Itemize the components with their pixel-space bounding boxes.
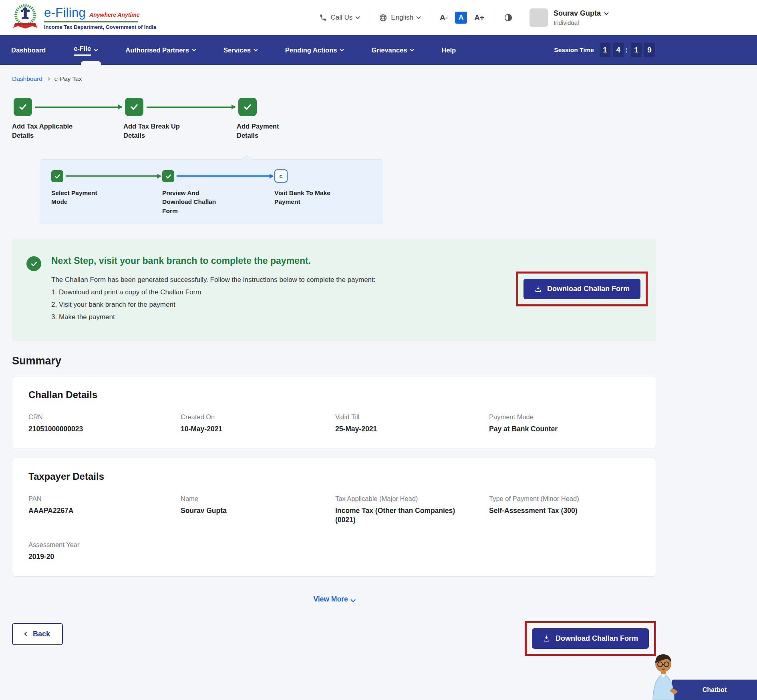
card-title: Challan Details (28, 389, 640, 400)
main-content: Dashboard e-Pay Tax Add Tax Applicable D… (0, 65, 757, 656)
nav-grievances[interactable]: Grievances (371, 46, 413, 54)
nav-services[interactable]: Services (223, 46, 257, 54)
session-digit: 9 (644, 43, 655, 57)
language-label: English (391, 14, 413, 22)
back-button[interactable]: Back (12, 623, 63, 645)
contrast-icon (504, 13, 513, 22)
session-time-label: Session Time (554, 46, 594, 54)
brand-logo[interactable]: e-Filing Anywhere Anytime Income Tax Dep… (12, 2, 156, 33)
download-icon (543, 635, 550, 642)
summary-heading: Summary (12, 355, 745, 367)
nav-efile[interactable]: e-File (74, 45, 97, 56)
chevron-down-icon (410, 47, 414, 51)
session-digit: 4 (613, 43, 624, 57)
call-us-menu[interactable]: Call Us (319, 14, 360, 22)
alert-title: Next Step, visit your bank branch to com… (51, 255, 656, 266)
brand-subtitle: Income Tax Department, Government of Ind… (44, 24, 156, 30)
brand-underline (44, 21, 138, 22)
step-check-icon (238, 98, 257, 116)
step-label: Add Payment Details (237, 122, 301, 140)
substep-label: Select Payment Mode (51, 189, 111, 207)
font-decrease-button[interactable]: A- (440, 13, 448, 22)
user-name: Sourav Gupta (554, 9, 601, 18)
session-timer: Session Time 1 4 : 1 9 (554, 43, 757, 57)
success-banner: Next Step, visit your bank branch to com… (12, 239, 656, 341)
substep-check-icon (51, 170, 63, 182)
step-label: Add Tax Applicable Details (12, 122, 76, 140)
avatar (529, 8, 548, 27)
field-tax-applicable: Tax Applicable (Major Head) Income Tax (… (335, 495, 489, 525)
font-normal-button[interactable]: A (455, 12, 467, 24)
active-tab-notch (81, 61, 101, 65)
download-challan-button[interactable]: Download Challan Form (523, 279, 640, 299)
field-valid-till: Valid Till 25-May-2021 (335, 413, 489, 434)
chevron-down-icon (350, 597, 356, 602)
session-digit: 1 (600, 43, 610, 57)
govt-emblem-icon (12, 2, 38, 33)
field-assessment-year: Assessment Year 2019-20 (28, 541, 181, 562)
success-check-icon (26, 256, 41, 271)
payment-substeps-panel: c Select Payment Mode Preview And Downlo… (40, 159, 383, 223)
chatbot-avatar (641, 651, 686, 700)
top-header: e-Filing Anywhere Anytime Income Tax Dep… (0, 0, 757, 35)
call-us-label: Call Us (331, 14, 353, 22)
globe-icon (379, 14, 387, 22)
chevron-right-icon (47, 77, 50, 80)
breadcrumb: Dashboard e-Pay Tax (12, 75, 745, 82)
chevron-down-icon (192, 47, 196, 51)
font-size-controls: A- A A+ (440, 12, 484, 24)
download-challan-button-bottom[interactable]: Download Challan Form (532, 628, 649, 649)
nav-help[interactable]: Help (441, 46, 456, 54)
session-colon: : (624, 43, 628, 57)
field-name: Name Sourav Gupta (181, 495, 335, 525)
panel-notch (242, 155, 252, 164)
substep-connector-arrow (66, 175, 161, 177)
session-digit: 1 (631, 43, 642, 57)
nav-dashboard[interactable]: Dashboard (11, 46, 46, 54)
substep-label: Preview And Download Challan Form (162, 189, 222, 215)
phone-icon (319, 14, 327, 22)
substep-current-icon: c (274, 169, 288, 183)
nav-authorised-partners[interactable]: Authorised Partners (125, 46, 195, 54)
field-created-on: Created On 10-May-2021 (181, 413, 335, 434)
footer-actions: Back Download Challan Form (12, 621, 656, 656)
step-connector-arrow (147, 107, 235, 108)
chevron-down-icon (340, 47, 344, 51)
breadcrumb-current: e-Pay Tax (54, 75, 82, 82)
divider (369, 10, 369, 25)
substep-connector-arrow (177, 175, 273, 177)
annotation-highlight-box: Download Challan Form (525, 621, 656, 656)
field-payment-mode: Payment Mode Pay at Bank Counter (489, 413, 640, 434)
progress-stepper: Add Tax Applicable Details Add Tax Break… (12, 98, 745, 145)
language-menu[interactable]: English (379, 14, 420, 22)
user-role: Individual (554, 19, 608, 26)
alert-instruction: 3. Make the payment (51, 313, 656, 321)
chevron-down-icon (356, 14, 360, 19)
chevron-down-icon (254, 47, 258, 51)
divider (430, 10, 430, 25)
step-connector-arrow (35, 107, 122, 108)
annotation-highlight-box: Download Challan Form (516, 272, 648, 306)
chevron-down-icon (416, 14, 421, 19)
nav-pending-actions[interactable]: Pending Actions (285, 46, 344, 54)
field-crn: CRN 21051000000023 (28, 413, 181, 434)
brand-title: e-Filing (44, 6, 86, 20)
download-icon (534, 285, 542, 293)
chevron-down-icon (604, 10, 608, 15)
divider (494, 10, 494, 25)
chevron-down-icon (94, 47, 98, 51)
challan-details-card: Challan Details CRN 21051000000023 Creat… (12, 376, 656, 449)
header-actions: Call Us English A- A A+ (319, 8, 608, 27)
field-pan: PAN AAAPA2267A (28, 495, 181, 525)
step-label: Add Tax Break Up Details (123, 122, 187, 140)
contrast-toggle-button[interactable] (504, 13, 513, 22)
user-menu[interactable]: Sourav Gupta Individual (529, 8, 608, 27)
step-check-icon (125, 98, 143, 116)
step-check-icon (14, 98, 32, 116)
taxpayer-details-card: Taxpayer Details PAN AAAPA2267A Name Sou… (12, 458, 656, 577)
font-increase-button[interactable]: A+ (474, 13, 484, 22)
view-more-link[interactable]: View More (12, 595, 656, 603)
card-title: Taxpayer Details (28, 471, 640, 482)
substep-label: Visit Bank To Make Payment (274, 189, 334, 207)
breadcrumb-dashboard-link[interactable]: Dashboard (12, 75, 42, 82)
